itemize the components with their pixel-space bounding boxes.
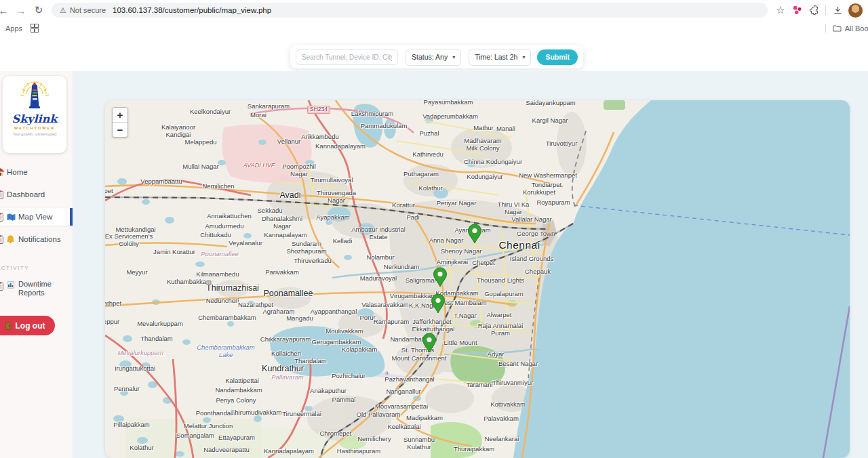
map-marker-4[interactable] <box>422 333 437 353</box>
bell-icon <box>7 235 18 243</box>
extensions-puzzle-icon[interactable] <box>806 5 822 16</box>
status-select[interactable]: Status: Any ▾ <box>406 49 461 66</box>
address-bar[interactable]: ⚠ Not secure 103.60.137.38/customer/publ… <box>52 3 768 18</box>
sidebar-item-label: Dashboard <box>7 190 45 199</box>
map-icon <box>7 213 18 221</box>
url-text[interactable]: 103.60.137.38/customer/public/map_view.p… <box>113 6 271 14</box>
map-zoom-control: + − <box>112 107 128 138</box>
extension-pink-icon[interactable] <box>789 5 806 15</box>
sidebar-item-downtime-reports[interactable]: Downtime Reports <box>0 280 73 297</box>
chart-icon <box>7 280 18 297</box>
reload-icon[interactable]: ↻ <box>30 4 47 16</box>
download-icon[interactable] <box>829 5 846 16</box>
apps-grid-icon[interactable] <box>31 24 37 33</box>
time-select[interactable]: Time: Last 2h ▾ <box>469 49 531 66</box>
browser-toolbar: ← → ↻ ⚠ Not secure 103.60.137.38/custome… <box>0 0 868 20</box>
time-select-value: Time: Last 2h <box>475 53 517 61</box>
bookmarks-bar: Apps All Book <box>0 20 868 37</box>
door-icon <box>5 322 12 330</box>
filter-card: Status: Any ▾ Time: Last 2h ▾ Submit <box>290 45 583 68</box>
clipboard-icon <box>0 280 7 297</box>
zoom-in-button[interactable]: + <box>113 108 127 122</box>
chevron-down-icon: ▾ <box>522 54 525 60</box>
activity-section-label: ACTIVITY <box>0 265 29 271</box>
map-marker-2[interactable] <box>433 267 448 287</box>
not-secure-warning-icon[interactable]: ⚠ <box>60 6 66 15</box>
bookmarks-divider <box>825 24 826 33</box>
logo-subtitle: WATCHTOWER <box>3 126 66 130</box>
not-secure-label: Not secure <box>70 6 106 14</box>
chevron-down-icon: ▾ <box>452 54 455 60</box>
sidebar-item-label: Home <box>7 168 28 176</box>
skylink-logo-card: Skylink WATCHTOWER Your growth, uninterr… <box>3 76 66 153</box>
all-bookmarks-label: All Book <box>845 24 868 33</box>
house-icon <box>0 168 7 176</box>
logo-title: Skylink <box>3 112 66 125</box>
submit-button[interactable]: Submit <box>537 49 578 65</box>
sidebar-item-notifications[interactable]: Notifications <box>0 230 73 248</box>
map-markers-layer <box>105 100 850 458</box>
skylink-lighthouse-logo <box>3 76 66 111</box>
forward-icon[interactable]: → <box>12 5 30 16</box>
zoom-out-button[interactable]: − <box>113 123 127 137</box>
app-header: Status: Any ▾ Time: Last 2h ▾ Submit <box>0 36 868 71</box>
logo-tagline: Your growth, uninterrupted <box>3 132 66 136</box>
bookmark-star-icon[interactable]: ☆ <box>772 4 789 16</box>
sidebar-item-label: Map View <box>18 213 52 221</box>
profile-avatar[interactable] <box>848 3 863 18</box>
folder-icon <box>833 24 842 32</box>
back-icon[interactable]: ← <box>0 5 12 16</box>
sidebar-item-map-view[interactable]: Map View <box>0 208 73 226</box>
toolbar-right: ☆ <box>772 3 863 18</box>
clipboard-icon <box>0 190 7 199</box>
toolbar-divider <box>825 5 826 15</box>
sidebar-item-dashboard[interactable]: Dashboard <box>0 186 73 203</box>
logout-label: Log out <box>16 321 45 331</box>
screen: ← → ↻ ⚠ Not secure 103.60.137.38/custome… <box>0 0 868 458</box>
sidebar-item-home[interactable]: Home <box>0 163 73 181</box>
apps-shortcut[interactable]: Apps <box>5 24 22 33</box>
clipboard-icon <box>0 235 7 244</box>
sidebar-nav: HomeDashboardMap ViewNotifications <box>0 163 73 253</box>
sidebar-item-label: Notifications <box>18 235 61 243</box>
map-marker-3[interactable] <box>431 293 446 314</box>
all-bookmarks[interactable]: All Book <box>825 24 868 33</box>
clipboard-icon <box>0 213 7 222</box>
search-input[interactable] <box>296 49 398 65</box>
sidebar: Skylink WATCHTOWER Your growth, uninterr… <box>0 71 73 458</box>
status-select-value: Status: Any <box>412 53 448 61</box>
sidebar-item-label: Downtime Reports <box>18 280 60 297</box>
logout-button[interactable]: Log out <box>0 316 55 335</box>
map-canvas[interactable]: ✈ <box>105 100 850 458</box>
map-marker-1[interactable] <box>467 224 482 244</box>
